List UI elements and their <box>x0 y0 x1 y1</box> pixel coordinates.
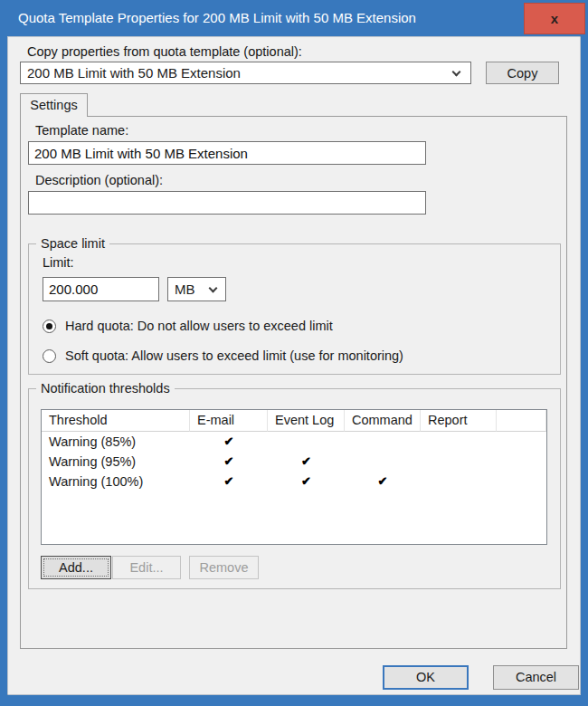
ok-button[interactable]: OK <box>383 665 469 690</box>
radio-button-icon <box>43 320 56 333</box>
threshold-cell: Warning (100%) <box>42 472 190 491</box>
close-icon: x <box>551 12 558 25</box>
copy-from-template-label: Copy properties from quota template (opt… <box>27 44 302 59</box>
thresholds-table: Threshold E-mail Event Log Command Repor… <box>41 409 547 545</box>
threshold-cell: Warning (85%) <box>42 432 190 452</box>
limit-unit-combobox[interactable]: MB <box>167 277 226 301</box>
thresholds-table-header: Threshold E-mail Event Log Command Repor… <box>42 410 546 432</box>
table-row[interactable]: Warning (100%) ✔ ✔ ✔ <box>42 472 546 491</box>
command-check-icon: ✔ <box>345 472 421 491</box>
report-check-icon <box>421 452 497 472</box>
notification-thresholds-legend: Notification thresholds <box>36 381 175 396</box>
command-check-icon <box>345 452 421 472</box>
column-header-command[interactable]: Command <box>345 410 421 432</box>
notification-thresholds-group: Notification thresholds Threshold E-mail… <box>28 388 561 589</box>
chevron-down-icon <box>452 68 461 77</box>
table-row[interactable]: Warning (95%) ✔ ✔ <box>42 452 546 472</box>
template-name-input[interactable] <box>28 141 426 165</box>
soft-quota-label: Soft quota: Allow users to exceed limit … <box>65 348 403 363</box>
copy-button[interactable]: Copy <box>486 62 559 84</box>
hard-quota-label: Hard quota: Do not allow users to exceed… <box>65 319 333 333</box>
radio-button-icon <box>43 349 56 363</box>
limit-unit-value: MB <box>175 278 195 301</box>
email-check-icon: ✔ <box>190 432 268 452</box>
limit-label: Limit: <box>43 255 74 270</box>
report-check-icon <box>421 472 497 491</box>
tab-settings[interactable]: Settings <box>20 93 88 117</box>
event-log-check-icon <box>268 432 345 452</box>
soft-quota-radio[interactable]: Soft quota: Allow users to exceed limit … <box>43 348 403 364</box>
hard-quota-radio[interactable]: Hard quota: Do not allow users to exceed… <box>43 318 333 334</box>
chevron-down-icon <box>209 284 218 293</box>
close-button[interactable]: x <box>524 3 585 34</box>
event-log-check-icon: ✔ <box>268 472 345 491</box>
report-check-icon <box>421 432 497 452</box>
edit-button[interactable]: Edit... <box>112 556 181 579</box>
copy-template-combobox-value: 200 MB Limit with 50 MB Extension <box>27 62 241 83</box>
template-name-label: Template name: <box>35 123 128 138</box>
remove-button[interactable]: Remove <box>189 556 259 579</box>
description-input[interactable] <box>28 191 426 215</box>
threshold-cell: Warning (95%) <box>42 452 190 472</box>
add-button[interactable]: Add... <box>41 556 111 579</box>
event-log-check-icon: ✔ <box>268 452 345 472</box>
email-check-icon: ✔ <box>190 452 268 472</box>
column-header-filler <box>497 410 546 432</box>
limit-input[interactable] <box>43 277 159 301</box>
space-limit-group: Space limit Limit: MB Hard quota: Do not… <box>28 243 561 375</box>
description-label: Description (optional): <box>35 173 163 187</box>
cancel-button[interactable]: Cancel <box>493 665 579 690</box>
email-check-icon: ✔ <box>190 472 268 491</box>
space-limit-legend: Space limit <box>36 236 109 251</box>
settings-tab-panel: Template name: Description (optional): S… <box>20 116 567 649</box>
column-header-threshold[interactable]: Threshold <box>42 410 190 432</box>
column-header-email[interactable]: E-mail <box>190 410 268 432</box>
copy-template-combobox[interactable]: 200 MB Limit with 50 MB Extension <box>20 62 471 84</box>
quota-template-properties-dialog: Quota Template Properties for 200 MB Lim… <box>0 0 588 706</box>
column-header-event-log[interactable]: Event Log <box>268 410 345 432</box>
titlebar: Quota Template Properties for 200 MB Lim… <box>0 0 588 36</box>
window-title: Quota Template Properties for 200 MB Lim… <box>18 0 416 36</box>
command-check-icon <box>345 432 421 452</box>
table-row[interactable]: Warning (85%) ✔ <box>42 432 546 452</box>
dialog-body: Copy properties from quota template (opt… <box>7 36 581 695</box>
column-header-report[interactable]: Report <box>421 410 497 432</box>
